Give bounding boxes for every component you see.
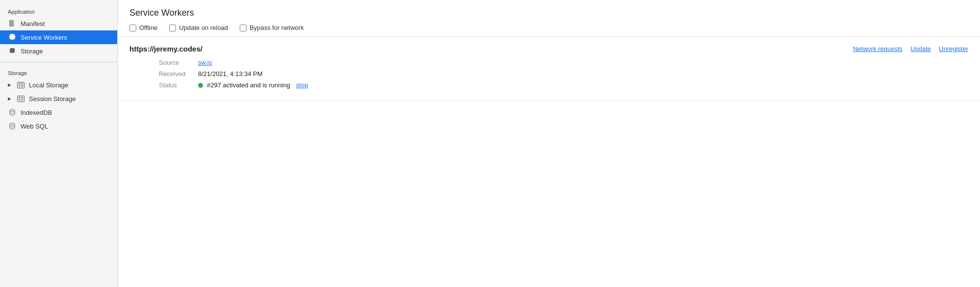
sidebar-item-indexeddb-label: IndexedDB: [21, 109, 52, 116]
offline-checkbox-label[interactable]: Offline: [129, 24, 157, 31]
update-on-reload-checkbox[interactable]: [169, 25, 176, 31]
sidebar-item-session-storage[interactable]: ▶ Session Storage: [0, 92, 117, 105]
stop-link[interactable]: stop: [296, 81, 308, 89]
sw-source-row: Source sw.js: [129, 59, 968, 66]
main-header: Service Workers Offline Update on reload…: [118, 0, 980, 37]
sidebar-divider: [0, 62, 117, 62]
received-value: 8/21/2021, 4:13:34 PM: [198, 70, 263, 78]
source-label: Source: [159, 59, 198, 66]
sidebar-item-storage-label: Storage: [21, 48, 43, 55]
sw-url-row: https://jeremy.codes/ Network requests U…: [129, 45, 968, 53]
sidebar-item-web-sql-label: Web SQL: [21, 123, 48, 130]
svg-rect-2: [17, 82, 24, 88]
offline-checkbox[interactable]: [129, 25, 136, 31]
sidebar-item-web-sql[interactable]: Web SQL: [0, 119, 117, 133]
update-on-reload-checkbox-label[interactable]: Update on reload: [169, 24, 228, 31]
sw-actions: Network requests Update Unregister: [853, 45, 968, 52]
bypass-for-network-checkbox[interactable]: [240, 25, 247, 31]
page-title: Service Workers: [129, 8, 968, 18]
local-storage-icon: [16, 80, 25, 89]
update-on-reload-label: Update on reload: [179, 24, 228, 31]
network-requests-link[interactable]: Network requests: [853, 45, 903, 52]
received-label: Received: [159, 70, 198, 78]
checkboxes-row: Offline Update on reload Bypass for netw…: [129, 24, 968, 31]
sidebar-item-local-storage[interactable]: ▶ Local Storage: [0, 78, 117, 92]
source-file-link[interactable]: sw.js: [198, 59, 212, 66]
sidebar-item-service-workers-label: Service Workers: [21, 34, 67, 41]
session-storage-icon: [16, 94, 25, 103]
offline-label: Offline: [139, 24, 157, 31]
indexeddb-icon: [8, 108, 17, 117]
sidebar-item-manifest-label: Manifest: [21, 20, 45, 27]
sidebar-item-manifest[interactable]: Manifest: [0, 17, 117, 30]
application-section-label: Application: [0, 5, 117, 17]
sw-entry: https://jeremy.codes/ Network requests U…: [118, 37, 980, 101]
bypass-for-network-checkbox-label[interactable]: Bypass for network: [240, 24, 304, 31]
status-text: #297 activated and is running: [207, 81, 290, 89]
status-dot: [198, 83, 203, 88]
sidebar-item-indexeddb[interactable]: IndexedDB: [0, 105, 117, 119]
status-value-row: #297 activated and is running stop: [198, 81, 308, 89]
svg-point-12: [10, 109, 15, 111]
gear-icon: [8, 33, 17, 42]
sw-url: https://jeremy.codes/: [129, 45, 202, 53]
storage-db-icon: [8, 47, 17, 55]
sidebar-item-service-workers[interactable]: Service Workers: [0, 30, 117, 44]
status-label: Status: [159, 81, 198, 89]
sidebar-item-storage[interactable]: Storage: [0, 44, 117, 58]
manifest-icon: [8, 19, 17, 28]
update-link[interactable]: Update: [910, 45, 931, 52]
sw-status-row: Status #297 activated and is running sto…: [129, 81, 968, 89]
sidebar: Application Manifest Service Workers: [0, 0, 118, 287]
web-sql-icon: [8, 122, 17, 130]
sw-received-row: Received 8/21/2021, 4:13:34 PM: [129, 70, 968, 78]
local-storage-arrow: ▶: [8, 82, 11, 87]
unregister-link[interactable]: Unregister: [939, 45, 968, 52]
storage-section-label: Storage: [0, 66, 117, 78]
session-storage-arrow: ▶: [8, 96, 11, 101]
svg-point-13: [10, 123, 15, 125]
sidebar-item-session-storage-label: Session Storage: [29, 95, 75, 103]
sidebar-item-local-storage-label: Local Storage: [29, 81, 68, 89]
main-content: Service Workers Offline Update on reload…: [118, 0, 980, 287]
svg-rect-7: [17, 96, 24, 102]
bypass-for-network-label: Bypass for network: [250, 24, 304, 31]
